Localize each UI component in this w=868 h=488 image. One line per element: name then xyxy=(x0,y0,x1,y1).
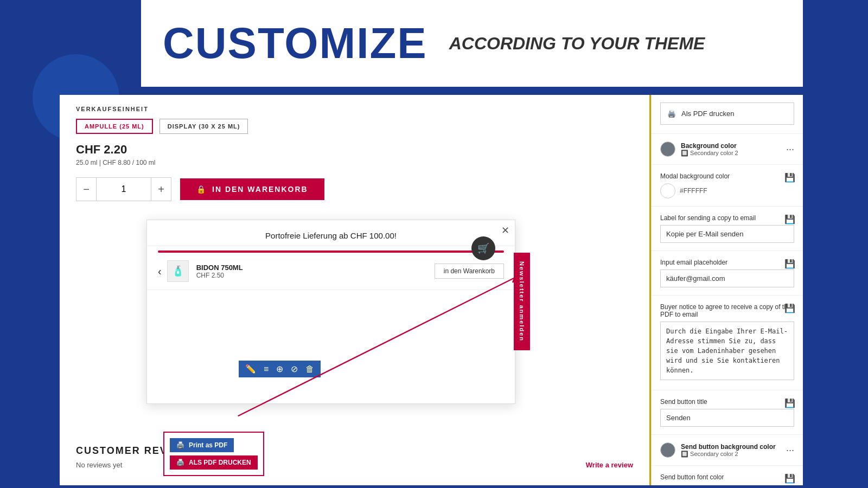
copy-email-input[interactable] xyxy=(660,225,794,243)
bg-color-info: Background color 🔲 Secondary color 2 xyxy=(681,142,781,157)
modal-bg-value: #FFFFFF xyxy=(680,187,707,195)
settings-placeholder-item: Input email placeholder 💾 xyxy=(652,251,803,296)
settings-buyer-notice-item: Buyer notice to agree to receive a copy … xyxy=(652,296,803,390)
add-to-cart-btn[interactable]: 🔒 IN DEN WARENKORB xyxy=(180,178,324,200)
settings-pdf-print-btn[interactable]: 🖨️ Als PDF drucken xyxy=(660,102,794,125)
bg-color-dots-btn[interactable]: ··· xyxy=(786,144,794,155)
modal-bg-save-icon: 💾 xyxy=(784,172,795,183)
product-unit: 25.0 ml | CHF 8.80 / 100 ml xyxy=(76,159,633,166)
als-label: ALS PDF DRUCKEN xyxy=(189,459,251,466)
cart-item-price: CHF 2.50 xyxy=(196,272,435,279)
edit-toolbar: ✏️ ≡ ⊕ ⊘ 🗑 xyxy=(239,361,321,377)
toolbar-slash-icon[interactable]: ⊘ xyxy=(291,364,298,374)
bg-color-text: Secondary color 2 xyxy=(690,150,738,156)
print-icon: 🖨️ xyxy=(176,441,184,449)
send-btn-bg-value: 🔲 Secondary color 2 xyxy=(681,451,781,458)
als-pdf-drucken-btn[interactable]: 🖨️ ALS PDF DRUCKEN xyxy=(170,455,258,470)
settings-modal-bg-item: Modal background color #FFFFFF 💾 xyxy=(652,165,803,207)
write-review-link[interactable]: Write a review xyxy=(586,461,633,469)
print-label: Print as PDF xyxy=(189,441,227,449)
reviews-row: No reviews yet Write a review xyxy=(76,461,633,469)
buyer-notice-label: Buyer notice to agree to receive a copy … xyxy=(660,303,794,318)
print-as-pdf-btn[interactable]: 🖨️ Print as PDF xyxy=(170,438,234,452)
settings-copy-email-item: Label for sending a copy to email 💾 xyxy=(652,207,803,251)
cart-item-icon: 🧴 xyxy=(172,265,184,277)
color-row-send: Send button background color 🔲 Secondary… xyxy=(660,442,794,458)
modal-bg-circle xyxy=(660,183,675,198)
buyer-notice-save-icon: 💾 xyxy=(784,303,795,313)
qty-input[interactable] xyxy=(97,177,151,201)
als-icon: 🖨️ xyxy=(176,459,184,466)
qty-increase-btn[interactable]: + xyxy=(151,177,171,201)
send-btn-bg-text: Secondary color 2 xyxy=(690,451,738,457)
toolbar-list-icon[interactable]: ≡ xyxy=(264,364,269,374)
product-price: CHF 2.20 xyxy=(76,143,633,157)
send-btn-bg-circle xyxy=(660,442,675,458)
cart-item-info: BIDON 750ML CHF 2.50 xyxy=(196,264,435,279)
cart-item-add-btn[interactable]: in den Warenkorb xyxy=(435,264,504,279)
settings-panel: 🖨️ Als PDF drucken Background color 🔲 Se… xyxy=(651,95,803,485)
toolbar-edit-icon[interactable]: ✏️ xyxy=(245,364,256,374)
send-btn-bg-icon: 🔲 xyxy=(681,451,688,457)
bg-color-label: Background color xyxy=(681,142,781,150)
bg-color-value: 🔲 Secondary color 2 xyxy=(681,150,781,157)
modal-close-btn[interactable]: ✕ xyxy=(501,224,509,236)
reviews-empty: No reviews yet xyxy=(76,461,122,469)
send-btn-bg-dots-btn[interactable]: ··· xyxy=(786,445,794,456)
qty-row: − + 🔒 IN DEN WARENKORB xyxy=(76,177,633,201)
send-btn-title-input[interactable] xyxy=(660,409,794,427)
send-btn-title-label: Send button title xyxy=(660,398,794,406)
bg-color-circle xyxy=(660,142,675,157)
placeholder-label: Input email placeholder xyxy=(660,259,794,266)
product-label: VERKAUFSEINHEIT xyxy=(76,106,633,112)
settings-print-icon: 🖨️ xyxy=(667,110,676,118)
toolbar-delete-icon[interactable]: 🗑 xyxy=(305,364,314,374)
modal-overlay: ✕ Portofreie Lieferung ab CHF 100.00! ‹ … xyxy=(146,220,515,404)
variant-btn-2[interactable]: DISPLAY (30 X 25 ML) xyxy=(159,119,248,134)
modal-shipping-text: Portofreie Lieferung ab CHF 100.00! xyxy=(147,220,515,246)
cart-prev-btn[interactable]: ‹ xyxy=(158,265,162,278)
placeholder-input[interactable] xyxy=(660,269,794,287)
copy-email-save-icon: 💾 xyxy=(784,214,795,224)
header: CUSTOMIZE ACCORDING TO YOUR THEME xyxy=(141,0,803,87)
send-btn-bg-info: Send button background color 🔲 Secondary… xyxy=(681,443,781,458)
copy-email-label: Label for sending a copy to email xyxy=(660,214,794,222)
qty-decrease-btn[interactable]: − xyxy=(76,177,97,201)
settings-pdf-btn-item: 🖨️ Als PDF drucken xyxy=(652,95,803,134)
color-row-bg: Background color 🔲 Secondary color 2 ··· xyxy=(660,142,794,157)
settings-send-font-item: Send button font color 💾 xyxy=(652,466,803,485)
product-panel: VERKAUFSEINHEIT AMPULLE (25 ML) DISPLAY … xyxy=(60,95,651,485)
variant-btn-1[interactable]: AMPULLE (25 ML) xyxy=(76,119,153,134)
product-variants: AMPULLE (25 ML) DISPLAY (30 X 25 ML) xyxy=(76,119,633,134)
bg-right xyxy=(803,0,868,488)
print-pdf-box: 🖨️ Print as PDF 🖨️ ALS PDF DRUCKEN xyxy=(163,432,264,476)
newsletter-label: Newsletter anmelden xyxy=(514,253,530,350)
cart-icon-box: 🛒 xyxy=(471,236,495,260)
send-font-save-icon: 💾 xyxy=(784,473,795,484)
reviews-section: CUSTOMER REVIEWS No reviews yet Write a … xyxy=(76,445,633,469)
toolbar-link-icon[interactable]: ⊕ xyxy=(276,364,283,374)
bg-color-icon: 🔲 xyxy=(681,150,688,156)
modal-cart-item: ‹ 🧴 BIDON 750ML CHF 2.50 in den Warenkor… xyxy=(147,253,515,290)
main-content: VERKAUFSEINHEIT AMPULLE (25 ML) DISPLAY … xyxy=(60,95,803,485)
settings-bg-color-item: Background color 🔲 Secondary color 2 ··· xyxy=(652,134,803,165)
placeholder-save-icon: 💾 xyxy=(784,259,795,269)
cart-icon: 🔒 xyxy=(196,185,207,194)
reviews-title: CUSTOMER REVIEWS xyxy=(76,445,633,457)
cart-item-image: 🧴 xyxy=(167,260,189,282)
settings-send-btn-bg-item: Send button background color 🔲 Secondary… xyxy=(652,435,803,466)
buyer-notice-textarea[interactable] xyxy=(660,322,794,380)
main-title: CUSTOMIZE xyxy=(163,18,427,68)
cart-item-name: BIDON 750ML xyxy=(196,264,435,272)
send-font-label: Send button font color xyxy=(660,473,794,481)
send-btn-title-save-icon: 💾 xyxy=(784,398,795,408)
add-to-cart-label: IN DEN WARENKORB xyxy=(212,185,308,194)
send-btn-bg-label: Send button background color xyxy=(681,443,781,451)
settings-send-btn-title-item: Send button title 💾 xyxy=(652,390,803,435)
main-subtitle: ACCORDING TO YOUR THEME xyxy=(449,34,705,54)
settings-pdf-label: Als PDF drucken xyxy=(681,110,735,118)
modal-bg-label: Modal background color xyxy=(660,172,794,180)
